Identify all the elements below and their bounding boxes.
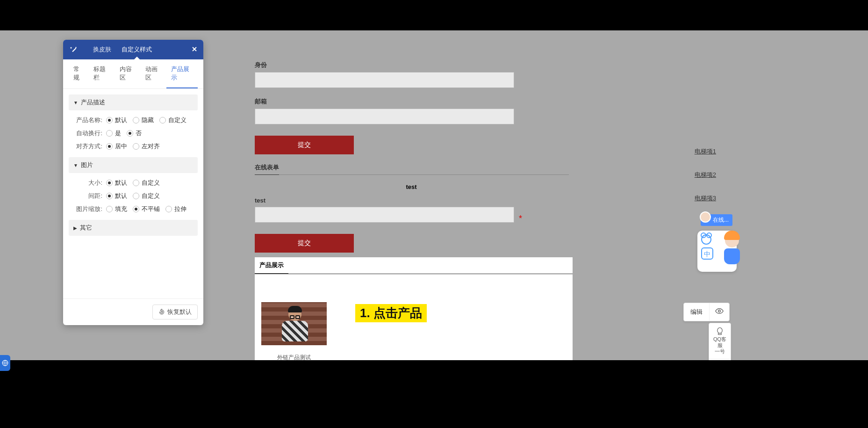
- header-tab-custom[interactable]: 自定义样式: [122, 45, 152, 54]
- test-field-label: test: [255, 197, 573, 204]
- row-scale: 图片缩放: 填充 不平铺 拉伸: [72, 205, 198, 213]
- preview-button[interactable]: [710, 303, 729, 321]
- close-icon: [192, 47, 197, 51]
- cs-avatar-icon: [700, 211, 711, 223]
- svg-point-2: [718, 334, 722, 335]
- radio-scale-norepeat[interactable]: 不平铺: [133, 205, 160, 213]
- radio-scale-fill[interactable]: 填充: [106, 205, 127, 213]
- globe-icon: [2, 360, 8, 366]
- product-section-title: 产品展示: [255, 257, 288, 274]
- submit-button-2[interactable]: 提交: [255, 234, 354, 253]
- elevator-nav: 电梯项1 电梯项2 电梯项3: [695, 147, 716, 218]
- header-tab-skin[interactable]: 换皮肤: [93, 45, 111, 54]
- edit-preview-toggle: 编辑: [683, 303, 730, 321]
- bear-icon: [701, 234, 711, 245]
- radio-gap-default[interactable]: 默认: [106, 192, 127, 200]
- row-gap: 间距: 默认 自定义: [72, 192, 198, 200]
- radio-scale-stretch[interactable]: 拉伸: [165, 205, 187, 213]
- product-card[interactable]: 外链产品测试: [261, 302, 327, 362]
- radio-align-left[interactable]: 左对齐: [133, 142, 160, 151]
- letterbox-top: [0, 0, 868, 30]
- section-other[interactable]: ▶ 其它: [69, 220, 198, 236]
- subtab-titlebar[interactable]: 标题栏: [89, 59, 115, 88]
- cs-bubble-text: 在线...: [713, 217, 729, 223]
- elevator-item-1[interactable]: 电梯项1: [695, 147, 716, 156]
- panel-subtabs: 常规 标题栏 内容区 动画区 产品展示: [63, 59, 203, 89]
- section-image[interactable]: ▼ 图片: [69, 157, 198, 173]
- row-align: 对齐方式: 居中 左对齐: [72, 142, 198, 151]
- radio-align-center[interactable]: 居中: [106, 142, 127, 151]
- lang-zh-icon[interactable]: 中: [701, 247, 713, 260]
- main-form-area: 身份 邮箱 提交 在线表单 test test * 提交: [255, 61, 573, 253]
- row-size: 大小: 默认 自定义: [72, 179, 198, 187]
- subtab-animation[interactable]: 动画区: [141, 59, 166, 88]
- required-star-icon: *: [519, 214, 522, 223]
- panel-body: ▼ 产品描述 产品名称: 默认 隐藏 自定义 自动换行: 是 否 对齐方式: 居…: [63, 89, 203, 298]
- panel-header[interactable]: 换皮肤 自定义样式: [63, 40, 203, 59]
- subtab-content[interactable]: 内容区: [115, 59, 141, 88]
- close-panel-button[interactable]: [192, 45, 197, 53]
- section-product-desc[interactable]: ▼ 产品描述: [69, 94, 198, 110]
- customer-service-bubble[interactable]: 在线...: [701, 214, 732, 226]
- test-heading: test: [255, 183, 568, 190]
- qq-service-label: QQ客服 一号: [713, 336, 726, 354]
- section-divider: [255, 174, 569, 175]
- identity-input[interactable]: [255, 72, 514, 88]
- wand-icon: [70, 45, 78, 54]
- row-auto-wrap: 自动换行: 是 否: [72, 129, 198, 138]
- align-label: 对齐方式:: [72, 142, 102, 151]
- section-desc-title: 产品描述: [81, 98, 105, 107]
- radio-name-hide[interactable]: 隐藏: [133, 116, 154, 124]
- row-product-name: 产品名称: 默认 隐藏 自定义: [72, 116, 198, 124]
- radio-name-default[interactable]: 默认: [106, 116, 127, 124]
- reset-defaults-button[interactable]: 恢复默认: [152, 305, 198, 319]
- radio-name-custom[interactable]: 自定义: [159, 116, 187, 124]
- product-name-label: 产品名称:: [72, 116, 102, 124]
- radio-wrap-yes[interactable]: 是: [106, 129, 121, 138]
- caret-down-icon: ▼: [73, 100, 78, 105]
- qq-service-button[interactable]: QQ客服 一号: [709, 323, 731, 359]
- elevator-item-2[interactable]: 电梯项2: [695, 171, 716, 179]
- eye-icon: [715, 308, 724, 314]
- scale-label: 图片缩放:: [72, 205, 102, 213]
- left-drawer-handle[interactable]: [0, 355, 10, 371]
- email-input[interactable]: [255, 109, 514, 124]
- submit-button-1[interactable]: 提交: [255, 136, 354, 154]
- section-image-title: 图片: [81, 161, 93, 169]
- elevator-item-3[interactable]: 电梯项3: [695, 194, 716, 203]
- undo-icon: [158, 309, 165, 315]
- email-label: 邮箱: [255, 97, 573, 106]
- size-label: 大小:: [72, 179, 102, 187]
- letterbox-bottom: [0, 360, 868, 428]
- caret-down-icon: ▼: [73, 163, 78, 168]
- tutorial-annotation: 1. 点击产品: [355, 304, 427, 322]
- online-form-title: 在线表单: [255, 163, 279, 175]
- product-section-divider: [255, 274, 573, 274]
- identity-label: 身份: [255, 61, 573, 69]
- gap-label: 间距:: [72, 192, 102, 200]
- radio-size-default[interactable]: 默认: [106, 179, 127, 187]
- mascot-widget[interactable]: 中: [697, 231, 737, 272]
- test-input[interactable]: [255, 207, 514, 223]
- qq-icon: [716, 327, 724, 335]
- radio-wrap-no[interactable]: 否: [127, 129, 142, 138]
- edit-button[interactable]: 编辑: [684, 303, 710, 321]
- product-image[interactable]: [261, 302, 327, 345]
- radio-gap-custom[interactable]: 自定义: [133, 192, 160, 200]
- mascot-character-icon: [722, 233, 742, 269]
- reset-button-label: 恢复默认: [167, 308, 192, 316]
- subtab-product[interactable]: 产品展示: [166, 59, 198, 88]
- style-settings-panel: 换皮肤 自定义样式 常规 标题栏 内容区 动画区 产品展示 ▼ 产品描述 产品名…: [63, 40, 203, 325]
- auto-wrap-label: 自动换行:: [72, 129, 102, 138]
- svg-point-1: [717, 328, 723, 334]
- caret-right-icon: ▶: [73, 225, 77, 231]
- subtab-general[interactable]: 常规: [69, 59, 89, 88]
- section-other-title: 其它: [80, 224, 92, 232]
- panel-footer: 恢复默认: [63, 298, 203, 325]
- svg-point-0: [718, 310, 721, 312]
- radio-size-custom[interactable]: 自定义: [133, 179, 160, 187]
